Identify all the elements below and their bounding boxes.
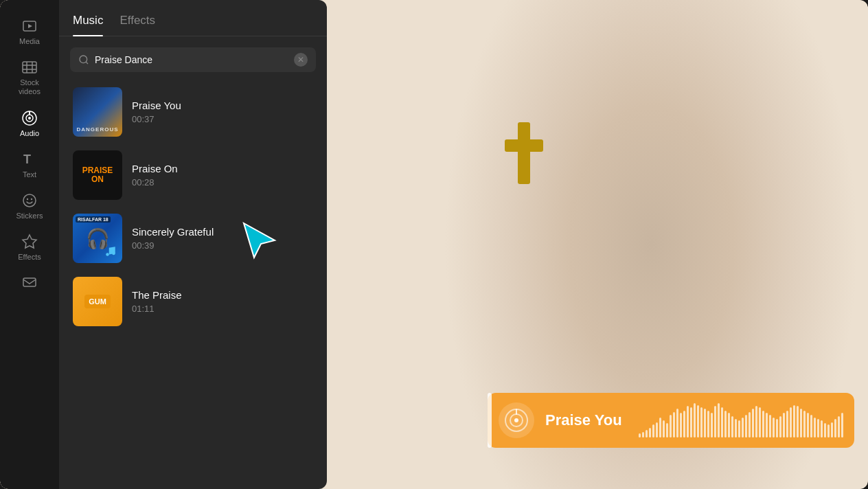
- cross-decoration: [503, 122, 545, 184]
- stock-videos-icon: [21, 59, 38, 76]
- music-item-praise-on[interactable]: PRAISEON Praise On 00:28: [67, 144, 319, 207]
- music-item-the-praise[interactable]: GUM The Praise 01:11: [67, 270, 319, 333]
- messages-icon: [21, 275, 38, 291]
- music-item-praise-you[interactable]: DANGEROUS Praise You 00:37: [67, 80, 319, 144]
- svg-marker-15: [23, 235, 36, 248]
- svg-point-9: [28, 117, 31, 120]
- waveform: [639, 403, 843, 437]
- search-clear-button[interactable]: ✕: [294, 53, 308, 67]
- sidebar-item-messages[interactable]: [0, 268, 59, 298]
- svg-point-19: [106, 253, 109, 256]
- svg-point-17: [80, 56, 87, 63]
- svg-line-18: [86, 62, 88, 64]
- stickers-icon: [21, 192, 38, 209]
- music-list: DANGEROUS Praise You 00:37 PRAISEON Prai…: [59, 80, 327, 489]
- music-thumb-praise-on: PRAISEON: [73, 150, 122, 200]
- sidebar-item-audio[interactable]: Audio: [0, 103, 59, 144]
- music-note-small-icon: [104, 245, 117, 258]
- app-container: Media Stockvideos Audio T: [0, 0, 868, 489]
- panel-tabs: Music Effects: [59, 0, 327, 36]
- svg-rect-2: [23, 62, 36, 73]
- svg-point-24: [514, 418, 518, 422]
- music-duration-the-praise: 01:11: [132, 304, 313, 314]
- music-title-sincerely: Sincerely Grateful: [132, 226, 313, 238]
- sidebar-item-stock[interactable]: Stockvideos: [0, 52, 59, 103]
- music-info-the-praise: The Praise 01:11: [132, 289, 313, 314]
- svg-point-12: [23, 194, 36, 207]
- sidebar-item-effects[interactable]: Effects: [0, 227, 59, 268]
- sidebar-item-text-label: Text: [23, 170, 36, 179]
- sidebar-item-audio-label: Audio: [20, 129, 39, 137]
- media-icon: [21, 18, 38, 34]
- svg-point-20: [112, 252, 115, 255]
- search-input[interactable]: [95, 54, 288, 65]
- music-info-praise-on: Praise On 00:28: [132, 163, 313, 187]
- effects-icon: [21, 234, 38, 250]
- audio-player-icon: [499, 402, 534, 438]
- svg-marker-1: [28, 24, 32, 28]
- music-thumb-sincerely: RISALFAR 18 🎧: [73, 214, 122, 263]
- sidebar-item-text[interactable]: T Text: [0, 144, 59, 185]
- sidebar-item-media[interactable]: Media: [0, 11, 59, 52]
- music-thumb-praise-you: DANGEROUS: [73, 87, 122, 137]
- sidebar: Media Stockvideos Audio T: [0, 0, 59, 489]
- svg-point-13: [27, 198, 28, 200]
- audio-icon-sidebar: [21, 110, 38, 126]
- music-info-sincerely: Sincerely Grateful 00:39: [132, 226, 313, 251]
- music-title-praise-on: Praise On: [132, 163, 313, 174]
- music-title-praise-you: Praise You: [132, 100, 313, 111]
- music-thumb-the-praise: GUM: [73, 277, 122, 326]
- music-duration-praise-on: 00:28: [132, 177, 313, 187]
- tab-effects[interactable]: Effects: [119, 14, 155, 36]
- svg-text:T: T: [23, 152, 31, 166]
- sidebar-item-media-label: Media: [19, 37, 40, 45]
- sidebar-item-stickers-label: Stickers: [16, 212, 43, 220]
- text-icon: T: [21, 151, 38, 168]
- panel: Music Effects ✕ DANGEROUS Praise You: [59, 0, 327, 489]
- music-item-sincerely[interactable]: RISALFAR 18 🎧 Sincerely Grateful 00:39: [67, 207, 319, 270]
- music-ring-icon: [504, 408, 529, 433]
- playback-indicator: [488, 393, 492, 448]
- sidebar-item-stickers[interactable]: Stickers: [0, 185, 59, 227]
- sidebar-item-stock-label: Stockvideos: [19, 78, 41, 96]
- music-duration-praise-you: 00:37: [132, 114, 313, 124]
- music-duration-sincerely: 00:39: [132, 240, 313, 251]
- search-bar: ✕: [70, 47, 316, 72]
- sidebar-item-effects-label: Effects: [18, 253, 41, 261]
- svg-point-14: [31, 198, 32, 200]
- tab-music[interactable]: Music: [73, 14, 103, 36]
- search-icon: [78, 54, 89, 65]
- audio-player[interactable]: Praise You: [488, 393, 854, 448]
- svg-rect-16: [23, 278, 36, 286]
- music-title-the-praise: The Praise: [132, 289, 313, 301]
- audio-player-title: Praise You: [545, 411, 622, 429]
- music-info-praise-you: Praise You 00:37: [132, 100, 313, 124]
